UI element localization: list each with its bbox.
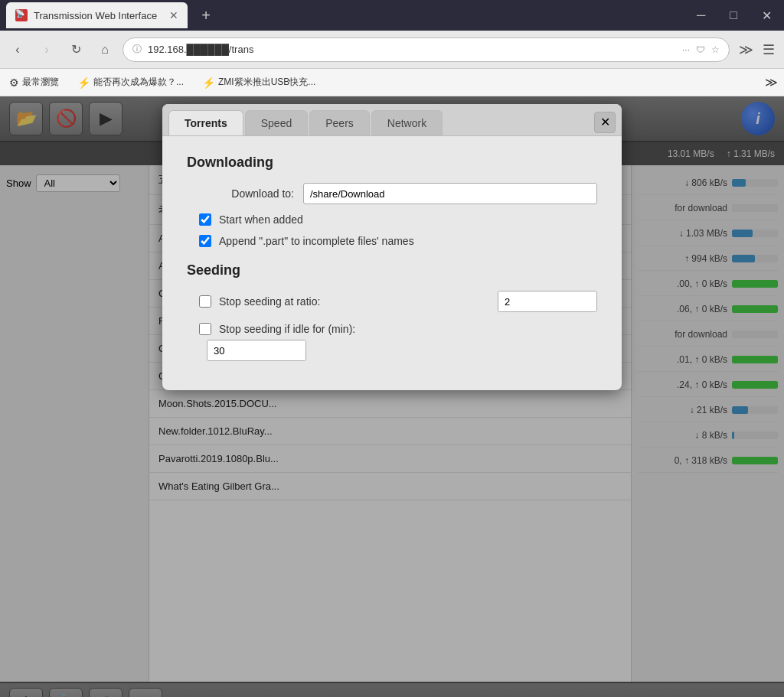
stop-ratio-label: Stop seeding at ratio:: [219, 295, 490, 308]
start-when-added-row: Start when added: [187, 213, 597, 226]
tab-label: Transmission Web Interface: [34, 10, 157, 21]
stop-ratio-spinner[interactable]: ▲ ▼: [498, 291, 597, 312]
address-text[interactable]: 192.168.██████/trans: [148, 44, 676, 55]
bookmark-3-icon: ⚡: [202, 77, 215, 89]
seeding-section-title: Seeding: [187, 262, 597, 278]
window-controls: ─ □ ✕: [691, 5, 778, 26]
stop-ratio-checkbox[interactable]: [199, 295, 211, 308]
extensions-button[interactable]: ≫: [736, 38, 756, 61]
minimize-button[interactable]: ─: [691, 5, 711, 26]
bookmark-2-label: 能否再次成為爆款？...: [93, 76, 184, 89]
bookmark-1-label: 最常瀏覽: [22, 76, 59, 89]
address-bar[interactable]: ⓘ 192.168.██████/trans ··· 🛡 ☆: [122, 37, 730, 62]
bookmark-1[interactable]: ⚙ 最常瀏覽: [6, 74, 62, 90]
append-part-label: Append ".part" to incomplete files' name…: [219, 235, 414, 247]
download-to-row: Download to:: [187, 183, 597, 204]
nav-bar: ‹ › ↻ ⌂ ⓘ 192.168.██████/trans ··· 🛡 ☆ ≫…: [0, 31, 784, 69]
start-when-added-label: Start when added: [219, 213, 303, 226]
bookmark-3[interactable]: ⚡ ZMI紫米推出USB快充...: [199, 74, 318, 90]
bookmark-2-icon: ⚡: [77, 77, 90, 89]
stop-idle-spinner[interactable]: ▲ ▼: [207, 340, 306, 361]
tab-favicon: 📡: [15, 9, 28, 21]
append-part-row: Append ".part" to incomplete files' name…: [187, 235, 597, 247]
title-bar: 📡 Transmission Web Interface ✕ + ─ □ ✕: [0, 0, 784, 31]
home-button[interactable]: ⌂: [93, 38, 116, 61]
bookmark-1-icon: ⚙: [9, 77, 19, 89]
maximize-button[interactable]: □: [724, 5, 743, 26]
stop-idle-label: Stop seeding if idle for (min):: [219, 323, 597, 335]
preferences-dialog: Torrents Speed Peers Network ✕ Downloadi…: [162, 104, 622, 390]
security-icon: ⓘ: [132, 43, 142, 56]
tab-close-button[interactable]: ✕: [169, 9, 178, 21]
new-tab-button[interactable]: +: [194, 4, 218, 28]
stop-ratio-row: Stop seeding at ratio: ▲ ▼: [187, 291, 597, 312]
modal-overlay: Torrents Speed Peers Network ✕ Downloadi…: [0, 96, 784, 697]
close-button[interactable]: ✕: [756, 5, 778, 26]
more-icon: ···: [682, 44, 690, 55]
forward-button[interactable]: ›: [35, 38, 58, 61]
bookmark-2[interactable]: ⚡ 能否再次成為爆款？...: [74, 74, 187, 90]
tab-network[interactable]: Network: [371, 110, 443, 135]
tab-peers[interactable]: Peers: [309, 110, 370, 135]
reload-button[interactable]: ↻: [64, 38, 87, 61]
stop-ratio-value[interactable]: [498, 292, 597, 311]
back-button[interactable]: ‹: [6, 38, 29, 61]
download-to-input[interactable]: [303, 183, 597, 204]
stop-idle-row: Stop seeding if idle for (min):: [187, 323, 597, 335]
dialog-tabs: Torrents Speed Peers Network ✕: [162, 104, 622, 136]
menu-button[interactable]: ☰: [760, 38, 778, 61]
seeding-section: Seeding Stop seeding at ratio: ▲ ▼: [187, 262, 597, 361]
downloading-section-title: Downloading: [187, 155, 597, 171]
bookmarks-more-button[interactable]: ≫: [765, 75, 778, 90]
star-icon[interactable]: ☆: [711, 44, 720, 55]
shield-icon: 🛡: [696, 44, 705, 55]
stop-idle-checkbox[interactable]: [199, 323, 211, 335]
nav-extra-buttons: ≫ ☰: [736, 38, 778, 61]
dialog-body: Downloading Download to: Start when adde…: [162, 136, 622, 390]
tab-torrents[interactable]: Torrents: [168, 110, 243, 135]
dialog-close-button[interactable]: ✕: [594, 112, 616, 133]
browser-window: 📡 Transmission Web Interface ✕ + ─ □ ✕ ‹…: [0, 0, 784, 697]
download-to-label: Download to:: [187, 187, 294, 200]
stop-idle-value[interactable]: [207, 340, 306, 360]
tab-speed[interactable]: Speed: [245, 110, 308, 135]
bookmark-3-label: ZMI紫米推出USB快充...: [218, 76, 315, 89]
start-when-added-checkbox[interactable]: [199, 213, 211, 226]
app-area: 📂 🚫 ▶ i 13.01 MB/s ↑ 1.31 MB/s Show All …: [0, 96, 784, 697]
active-tab[interactable]: 📡 Transmission Web Interface ✕: [6, 2, 188, 28]
bookmarks-bar: ⚙ 最常瀏覽 ⚡ 能否再次成為爆款？... ⚡ ZMI紫米推出USB快充... …: [0, 69, 784, 96]
append-part-checkbox[interactable]: [199, 235, 211, 247]
